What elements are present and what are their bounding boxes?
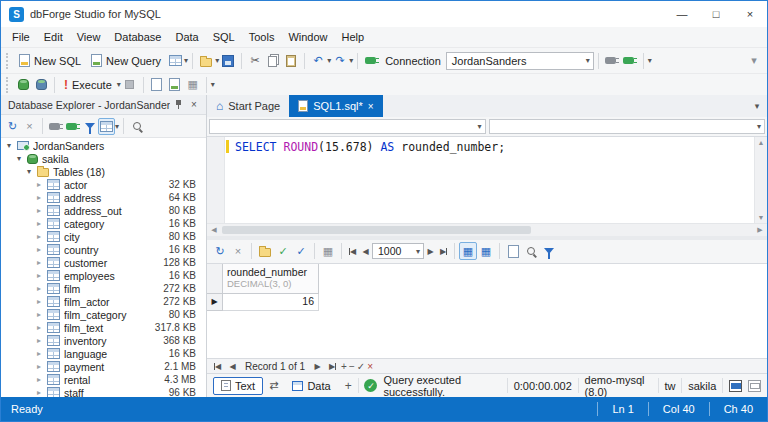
tree-item-table[interactable]: ▸ category 16 KB	[1, 217, 206, 230]
tree-item-table[interactable]: ▸ film_actor 272 KB	[1, 295, 206, 308]
toolbar-grip[interactable]	[6, 77, 10, 93]
explorer-close-button[interactable]: ×	[186, 97, 202, 113]
apply-changes-button[interactable]	[256, 242, 274, 260]
expand-icon[interactable]: ▸	[35, 271, 43, 280]
new-sql-button[interactable]: New SQL	[14, 51, 86, 71]
expand-icon[interactable]: ▸	[35, 193, 43, 202]
tree-item-table[interactable]: ▸ actor 32 KB	[1, 178, 206, 191]
query-profiler-button[interactable]	[148, 76, 166, 94]
scroll-right-icon[interactable]: ▶	[753, 226, 767, 234]
tree-item-table[interactable]: ▸ country 16 KB	[1, 243, 206, 256]
new-query-button[interactable]: New Query	[86, 51, 166, 71]
redo-button[interactable]: ↷	[331, 52, 349, 70]
menu-data[interactable]: Data	[168, 27, 205, 47]
new-object-button[interactable]	[166, 52, 184, 70]
expand-icon[interactable]: ▸	[35, 258, 43, 267]
editor-vertical-scrollbar[interactable]: ▲ ▼	[754, 137, 767, 223]
tree-item-table[interactable]: ▸ film_category 80 KB	[1, 308, 206, 321]
tree-item-database[interactable]: ▾ sakila	[1, 152, 206, 165]
expand-icon[interactable]: ▸	[35, 284, 43, 293]
row-selector[interactable]: ▶	[207, 294, 223, 311]
next-page-button[interactable]: ▶	[424, 245, 437, 258]
single-layout-icon[interactable]	[729, 380, 742, 392]
last-record-button[interactable]: ▶	[326, 360, 339, 373]
collapse-icon[interactable]: ▾	[15, 154, 23, 163]
find-object-button[interactable]	[128, 118, 145, 135]
tab-close-icon[interactable]: ×	[368, 101, 374, 112]
grid-corner[interactable]	[207, 264, 223, 294]
scroll-down-icon[interactable]: ▼	[758, 214, 765, 221]
tree-item-table[interactable]: ▸ inventory 368 KB	[1, 334, 206, 347]
cancel-results-button[interactable]: ×	[229, 242, 247, 260]
menu-sql[interactable]: SQL	[206, 27, 242, 47]
cancel-edit-button[interactable]: ×	[367, 361, 373, 372]
tree-item-connection[interactable]: ▾ JordanSanders	[1, 139, 206, 152]
tree-item-table[interactable]: ▸ film_text 317.8 KB	[1, 321, 206, 334]
paging-view-button[interactable]: ▦	[477, 242, 495, 260]
scroll-left-icon[interactable]: ◀	[207, 226, 221, 234]
expand-icon[interactable]: ▸	[35, 206, 43, 215]
redo-dropdown[interactable]: ▾	[349, 56, 353, 65]
refresh-button[interactable]: ↻	[4, 118, 21, 135]
paste-button[interactable]	[282, 52, 300, 70]
filter-results-button[interactable]	[540, 242, 558, 260]
minimize-button[interactable]: —	[665, 1, 699, 27]
editor-combo-right[interactable]: ▾	[489, 119, 766, 134]
new-connection-button[interactable]	[603, 52, 621, 70]
close-button[interactable]: ×	[733, 1, 767, 27]
menu-edit[interactable]: Edit	[37, 27, 70, 47]
connection-combobox[interactable]: JordanSanders ▾	[446, 52, 594, 70]
tree-item-table[interactable]: ▸ payment 2.1 MB	[1, 360, 206, 373]
page-size-combobox[interactable]: 1000 ▾	[372, 243, 424, 259]
undo-button[interactable]: ↶	[309, 52, 327, 70]
database-refresh-button[interactable]	[14, 76, 32, 94]
next-record-button[interactable]: ▶	[311, 360, 324, 373]
collapse-icon[interactable]: ▾	[5, 141, 13, 150]
validate-button[interactable]: ✓	[292, 242, 310, 260]
grid-data-row[interactable]: ▶ 16	[207, 294, 767, 311]
prev-page-button[interactable]: ◀	[359, 245, 372, 258]
collapse-icon[interactable]: ▾	[25, 167, 33, 176]
delete-record-button[interactable]: −	[349, 361, 355, 372]
maximize-button[interactable]: □	[699, 1, 733, 27]
split-layout-icon[interactable]	[748, 380, 761, 392]
cut-button[interactable]: ✂	[246, 52, 264, 70]
stop-button[interactable]	[121, 76, 139, 94]
expand-icon[interactable]: ▸	[35, 375, 43, 384]
query-plan-button[interactable]	[166, 76, 184, 94]
tree-item-table[interactable]: ▸ language 16 KB	[1, 347, 206, 360]
tree-item-table[interactable]: ▸ customer 128 KB	[1, 256, 206, 269]
open-button[interactable]	[197, 52, 215, 70]
commit-button[interactable]: ✓	[274, 242, 292, 260]
expand-icon[interactable]: ▸	[35, 180, 43, 189]
refresh-results-button[interactable]: ↻	[211, 242, 229, 260]
text-view-tab[interactable]: Text	[213, 377, 263, 395]
tree-item-table[interactable]: ▸ address 64 KB	[1, 191, 206, 204]
tab-start-page[interactable]: ⌂ Start Page	[207, 95, 289, 117]
pin-button[interactable]	[170, 97, 186, 113]
view-mode-dropdown[interactable]: ▾	[115, 122, 119, 131]
last-page-button[interactable]: ▶	[437, 245, 450, 258]
format-button[interactable]: ▦	[184, 76, 202, 94]
menu-database[interactable]: Database	[107, 27, 168, 47]
tab-list-dropdown[interactable]: ▾	[747, 95, 767, 117]
toolbar-options-button[interactable]: ▾	[745, 52, 763, 70]
expand-icon[interactable]: ▸	[35, 297, 43, 306]
grid-cell[interactable]: 16	[223, 294, 319, 311]
expand-icon[interactable]: ▸	[35, 245, 43, 254]
swap-view-icon[interactable]: ⇄	[269, 379, 278, 392]
disconnect-button[interactable]: ×	[21, 118, 38, 135]
tree-item-table[interactable]: ▸ film 272 KB	[1, 282, 206, 295]
data-view-tab[interactable]: Data	[284, 377, 338, 395]
expand-icon[interactable]: ▸	[35, 310, 43, 319]
scroll-up-icon[interactable]: ▲	[758, 139, 765, 146]
expand-icon[interactable]: ▸	[35, 323, 43, 332]
new-connection-button[interactable]	[47, 118, 64, 135]
toolbar-grip[interactable]	[6, 53, 10, 69]
layout-button[interactable]: ▦	[319, 242, 337, 260]
tab-sql1[interactable]: SQL1.sql* ×	[289, 95, 382, 117]
menu-file[interactable]: File	[5, 27, 37, 47]
post-edit-button[interactable]: ✓	[357, 361, 365, 372]
menu-help[interactable]: Help	[335, 27, 372, 47]
first-record-button[interactable]: ◀	[211, 360, 224, 373]
